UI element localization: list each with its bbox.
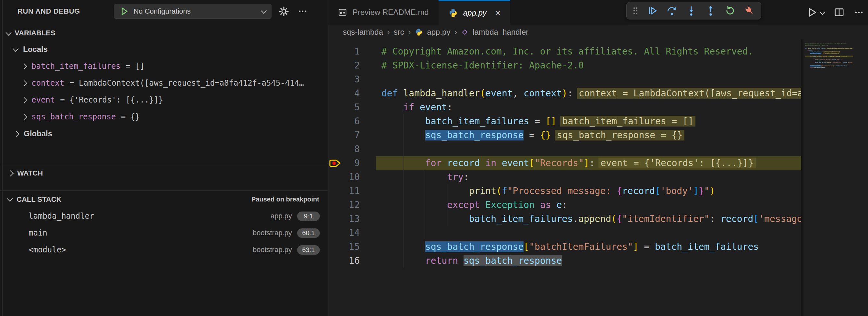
code-token: :: [567, 88, 573, 99]
breadcrumb-file[interactable]: app.py: [427, 28, 450, 37]
line-gutter[interactable]: 9: [328, 156, 376, 170]
globals-label: Globals: [24, 129, 52, 138]
code-line-content[interactable]: for record in event["Records"]:event = {…: [376, 156, 801, 170]
breakpoint-margin[interactable]: [329, 158, 342, 168]
editor-more-actions-icon[interactable]: [854, 7, 864, 18]
tab-preview-readme[interactable]: Preview README.md: [328, 0, 438, 25]
line-gutter[interactable]: 1: [328, 44, 376, 58]
line-gutter[interactable]: 14: [328, 226, 376, 240]
close-icon[interactable]: ×: [495, 8, 501, 18]
code-line-content[interactable]: sqs_batch_response = {}sqs_batch_respons…: [376, 128, 801, 142]
code-token: [805, 59, 815, 60]
code-token: (: [611, 214, 617, 224]
line-gutter[interactable]: 16: [328, 254, 376, 268]
code-token: batch_item_failures: [836, 65, 847, 66]
debug-start-icon[interactable]: [119, 6, 129, 16]
variable-name: sqs_batch_response: [31, 112, 116, 121]
code-line-content[interactable]: [376, 142, 801, 156]
line-gutter[interactable]: 3: [328, 72, 376, 86]
code-line-content[interactable]: [376, 72, 801, 86]
debug-disconnect-icon[interactable]: [742, 4, 757, 18]
variables-section-header[interactable]: VARIABLES: [0, 25, 328, 41]
code-line-content[interactable]: batch_item_failures.append({"itemIdentif…: [376, 212, 801, 226]
debug-restart-icon[interactable]: [723, 4, 738, 18]
code-line-content[interactable]: batch_item_failures = []batch_item_failu…: [376, 114, 801, 128]
run-python-file-button[interactable]: [807, 7, 825, 18]
breadcrumb-folder[interactable]: sqs-lambda: [343, 28, 383, 37]
code-token: 'body': [836, 59, 840, 60]
code-editor[interactable]: 1# Copyright Amazon.com, Inc. or its aff…: [328, 39, 801, 316]
python-icon: [414, 28, 423, 36]
scope-locals[interactable]: Locals: [0, 41, 328, 58]
code-token: "Records": [822, 56, 828, 57]
indent-guide: [425, 170, 425, 240]
code-line-content[interactable]: if event:: [376, 100, 801, 114]
code-line-12: 12 except Exception as e:: [328, 198, 801, 212]
debug-step-into-icon[interactable]: [684, 4, 699, 18]
call-stack-frame[interactable]: <module>bootstrap.py63:1: [0, 242, 328, 258]
line-gutter[interactable]: 6: [328, 114, 376, 128]
variable-row[interactable]: batch_item_failures= []: [0, 58, 328, 74]
code-token: "Processed message:: [507, 186, 617, 196]
line-gutter[interactable]: 4: [328, 86, 376, 100]
code-line-content[interactable]: print(f"Processed message: {record['body…: [376, 184, 801, 198]
breadcrumb-folder[interactable]: src: [394, 28, 404, 37]
variables-header-label: VARIABLES: [14, 29, 56, 37]
call-stack-frame[interactable]: lambda_handlerapp.py9:1: [0, 208, 328, 224]
code-line-content[interactable]: return sqs_batch_response: [376, 254, 801, 268]
tab-app-py[interactable]: app.py ×: [438, 0, 510, 25]
minimap[interactable]: # Copyright Amazon.com, Inc. or its affi…: [801, 39, 868, 316]
code-token: batch_item_failures: [815, 62, 827, 63]
code-token: e: [556, 199, 562, 210]
line-gutter[interactable]: 7: [328, 128, 376, 142]
code-token: # Copyright Amazon.com, Inc. or its affi…: [805, 43, 846, 45]
line-gutter[interactable]: 12: [328, 198, 376, 212]
call-stack-frames: lambda_handlerapp.py9:1mainbootstrap.py6…: [0, 208, 328, 258]
variable-row[interactable]: context= LambdaContext([aws_request_id=a…: [0, 74, 328, 92]
call-stack-frame[interactable]: mainbootstrap.py60:1: [0, 224, 328, 242]
code-line-7: 7 sqs_batch_response = {}sqs_batch_respo…: [328, 128, 801, 142]
code-token: ): [842, 59, 842, 60]
debug-continue-icon[interactable]: [645, 4, 660, 18]
code-token: :: [464, 171, 469, 182]
chevron-right-icon[interactable]: [21, 97, 27, 103]
breakpoint-hit-icon[interactable]: [329, 158, 342, 168]
watch-section-header[interactable]: WATCH: [0, 164, 328, 182]
debug-step-over-icon[interactable]: [664, 4, 679, 18]
line-number: 15: [328, 240, 360, 254]
code-token: "batchItemFailures": [529, 242, 633, 252]
line-gutter[interactable]: 2: [328, 58, 376, 72]
chevron-right-icon[interactable]: [21, 80, 27, 86]
call-stack-section-header[interactable]: CALL STACK Paused on breakpoint: [0, 190, 328, 208]
markdown-preview-icon: [338, 7, 347, 17]
code-line-content[interactable]: # Copyright Amazon.com, Inc. or its affi…: [376, 44, 801, 58]
code-token: [458, 255, 464, 266]
line-gutter[interactable]: 8: [328, 142, 376, 156]
breadcrumb-symbol[interactable]: lambda_handler: [473, 28, 528, 37]
split-editor-icon[interactable]: [834, 7, 845, 18]
code-line-content[interactable]: # SPDX-License-Identifier: Apache-2.0: [376, 58, 801, 72]
line-gutter[interactable]: 11: [328, 184, 376, 198]
configurations-dropdown[interactable]: No Configurations: [114, 4, 272, 19]
code-token: in: [485, 158, 496, 168]
code-line-content[interactable]: def lambda_handler(event, context):conte…: [376, 86, 801, 100]
line-gutter[interactable]: 15: [328, 240, 376, 254]
code-token: 'body': [660, 186, 693, 196]
chevron-right-icon[interactable]: [21, 114, 27, 120]
line-gutter[interactable]: 5: [328, 100, 376, 114]
sidebar-more-actions-icon[interactable]: [296, 5, 309, 18]
code-line-content[interactable]: [376, 226, 801, 240]
code-line-content[interactable]: sqs_batch_response["batchItemFailures"] …: [376, 240, 801, 254]
variable-row[interactable]: event= {'Records': [{...}]}: [0, 92, 328, 108]
variable-row[interactable]: sqs_batch_response= {}: [0, 108, 328, 125]
code-token: [: [529, 158, 534, 168]
gear-icon[interactable]: [277, 5, 290, 18]
debug-step-out-icon[interactable]: [703, 4, 718, 18]
line-gutter[interactable]: 13: [328, 212, 376, 226]
line-gutter[interactable]: 10: [328, 170, 376, 184]
code-line-content[interactable]: try:: [376, 170, 801, 184]
code-line-content[interactable]: except Exception as e:: [376, 198, 801, 212]
toolbar-drag-handle[interactable]: [630, 4, 640, 18]
scope-globals[interactable]: Globals: [0, 125, 328, 142]
chevron-right-icon[interactable]: [21, 63, 27, 69]
